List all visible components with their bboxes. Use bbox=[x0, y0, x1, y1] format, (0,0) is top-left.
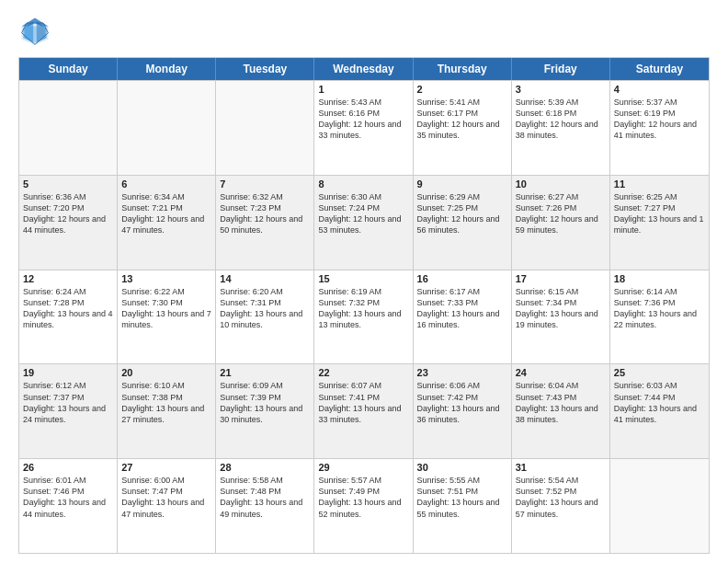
calendar-header: SundayMondayTuesdayWednesdayThursdayFrid… bbox=[19, 58, 709, 80]
day-number: 13 bbox=[121, 273, 211, 284]
day-number: 3 bbox=[516, 84, 606, 95]
day-info: Sunrise: 5:43 AM Sunset: 6:16 PM Dayligh… bbox=[318, 97, 408, 142]
day-cell-16: 16Sunrise: 6:17 AM Sunset: 7:33 PM Dayli… bbox=[414, 270, 512, 364]
day-info: Sunrise: 5:39 AM Sunset: 6:18 PM Dayligh… bbox=[516, 97, 606, 142]
day-cell-10: 10Sunrise: 6:27 AM Sunset: 7:26 PM Dayli… bbox=[512, 176, 610, 270]
day-info: Sunrise: 6:01 AM Sunset: 7:46 PM Dayligh… bbox=[23, 475, 113, 520]
day-cell-3: 3Sunrise: 5:39 AM Sunset: 6:18 PM Daylig… bbox=[512, 81, 610, 175]
day-cell-15: 15Sunrise: 6:19 AM Sunset: 7:32 PM Dayli… bbox=[314, 270, 413, 364]
day-info: Sunrise: 6:34 AM Sunset: 7:21 PM Dayligh… bbox=[121, 191, 211, 236]
header-day-saturday: Saturday bbox=[610, 58, 709, 80]
day-info: Sunrise: 6:06 AM Sunset: 7:42 PM Dayligh… bbox=[417, 380, 507, 425]
day-info: Sunrise: 5:58 AM Sunset: 7:48 PM Dayligh… bbox=[220, 475, 310, 520]
day-number: 17 bbox=[516, 273, 606, 284]
day-cell-9: 9Sunrise: 6:29 AM Sunset: 7:25 PM Daylig… bbox=[414, 176, 512, 270]
day-cell-31: 31Sunrise: 5:54 AM Sunset: 7:52 PM Dayli… bbox=[512, 459, 610, 553]
page: SundayMondayTuesdayWednesdayThursdayFrid… bbox=[0, 0, 728, 563]
day-info: Sunrise: 6:25 AM Sunset: 7:27 PM Dayligh… bbox=[614, 191, 705, 236]
day-info: Sunrise: 6:22 AM Sunset: 7:30 PM Dayligh… bbox=[121, 286, 211, 331]
day-number: 22 bbox=[318, 367, 408, 378]
day-cell-6: 6Sunrise: 6:34 AM Sunset: 7:21 PM Daylig… bbox=[118, 176, 216, 270]
day-cell-11: 11Sunrise: 6:25 AM Sunset: 7:27 PM Dayli… bbox=[610, 176, 709, 270]
calendar-row-2: 12Sunrise: 6:24 AM Sunset: 7:28 PM Dayli… bbox=[19, 270, 709, 364]
day-info: Sunrise: 5:54 AM Sunset: 7:52 PM Dayligh… bbox=[516, 475, 606, 520]
day-cell-29: 29Sunrise: 5:57 AM Sunset: 7:49 PM Dayli… bbox=[314, 459, 413, 553]
day-number: 21 bbox=[220, 367, 310, 378]
day-cell-17: 17Sunrise: 6:15 AM Sunset: 7:34 PM Dayli… bbox=[512, 270, 610, 364]
day-cell-26: 26Sunrise: 6:01 AM Sunset: 7:46 PM Dayli… bbox=[19, 459, 118, 553]
day-cell-30: 30Sunrise: 5:55 AM Sunset: 7:51 PM Dayli… bbox=[414, 459, 512, 553]
day-number: 5 bbox=[23, 178, 113, 190]
header-day-thursday: Thursday bbox=[414, 58, 512, 80]
header-day-friday: Friday bbox=[512, 58, 610, 80]
day-info: Sunrise: 6:04 AM Sunset: 7:43 PM Dayligh… bbox=[516, 380, 606, 425]
calendar-row-1: 5Sunrise: 6:36 AM Sunset: 7:20 PM Daylig… bbox=[19, 175, 709, 270]
day-cell-21: 21Sunrise: 6:09 AM Sunset: 7:39 PM Dayli… bbox=[216, 364, 314, 458]
day-cell-12: 12Sunrise: 6:24 AM Sunset: 7:28 PM Dayli… bbox=[19, 270, 118, 364]
day-cell-23: 23Sunrise: 6:06 AM Sunset: 7:42 PM Dayli… bbox=[414, 364, 512, 458]
day-info: Sunrise: 6:03 AM Sunset: 7:44 PM Dayligh… bbox=[614, 380, 705, 425]
day-info: Sunrise: 5:41 AM Sunset: 6:17 PM Dayligh… bbox=[417, 97, 507, 142]
logo-icon bbox=[18, 15, 51, 48]
day-info: Sunrise: 6:24 AM Sunset: 7:28 PM Dayligh… bbox=[23, 286, 113, 331]
day-number: 27 bbox=[121, 462, 211, 473]
day-number: 15 bbox=[318, 273, 408, 284]
header-day-tuesday: Tuesday bbox=[216, 58, 314, 80]
day-info: Sunrise: 6:12 AM Sunset: 7:37 PM Dayligh… bbox=[23, 380, 113, 425]
day-cell-4: 4Sunrise: 5:37 AM Sunset: 6:19 PM Daylig… bbox=[610, 81, 709, 175]
day-number: 23 bbox=[417, 367, 507, 378]
day-cell-1: 1Sunrise: 5:43 AM Sunset: 6:16 PM Daylig… bbox=[314, 81, 413, 175]
day-info: Sunrise: 6:07 AM Sunset: 7:41 PM Dayligh… bbox=[318, 380, 408, 425]
day-info: Sunrise: 5:37 AM Sunset: 6:19 PM Dayligh… bbox=[614, 97, 705, 142]
day-cell-19: 19Sunrise: 6:12 AM Sunset: 7:37 PM Dayli… bbox=[19, 364, 118, 458]
header-day-wednesday: Wednesday bbox=[314, 58, 413, 80]
calendar-row-0: 1Sunrise: 5:43 AM Sunset: 6:16 PM Daylig… bbox=[19, 80, 709, 175]
day-cell-22: 22Sunrise: 6:07 AM Sunset: 7:41 PM Dayli… bbox=[314, 364, 413, 458]
day-number: 10 bbox=[516, 178, 606, 190]
day-number: 4 bbox=[614, 84, 705, 95]
empty-cell-0-1 bbox=[118, 81, 216, 175]
calendar-row-3: 19Sunrise: 6:12 AM Sunset: 7:37 PM Dayli… bbox=[19, 363, 709, 458]
day-cell-5: 5Sunrise: 6:36 AM Sunset: 7:20 PM Daylig… bbox=[19, 176, 118, 270]
day-cell-2: 2Sunrise: 5:41 AM Sunset: 6:17 PM Daylig… bbox=[414, 81, 512, 175]
day-number: 16 bbox=[417, 273, 507, 284]
day-number: 28 bbox=[220, 462, 310, 473]
day-info: Sunrise: 6:36 AM Sunset: 7:20 PM Dayligh… bbox=[23, 191, 113, 236]
day-info: Sunrise: 6:29 AM Sunset: 7:25 PM Dayligh… bbox=[417, 191, 507, 236]
day-number: 2 bbox=[417, 84, 507, 95]
day-info: Sunrise: 6:32 AM Sunset: 7:23 PM Dayligh… bbox=[220, 191, 310, 236]
day-cell-27: 27Sunrise: 6:00 AM Sunset: 7:47 PM Dayli… bbox=[118, 459, 216, 553]
calendar-row-4: 26Sunrise: 6:01 AM Sunset: 7:46 PM Dayli… bbox=[19, 458, 709, 553]
day-info: Sunrise: 5:57 AM Sunset: 7:49 PM Dayligh… bbox=[318, 475, 408, 520]
day-number: 20 bbox=[121, 367, 211, 378]
day-cell-24: 24Sunrise: 6:04 AM Sunset: 7:43 PM Dayli… bbox=[512, 364, 610, 458]
day-number: 9 bbox=[417, 178, 507, 190]
day-cell-25: 25Sunrise: 6:03 AM Sunset: 7:44 PM Dayli… bbox=[610, 364, 709, 458]
day-number: 24 bbox=[516, 367, 606, 378]
day-number: 18 bbox=[614, 273, 705, 284]
day-info: Sunrise: 6:20 AM Sunset: 7:31 PM Dayligh… bbox=[220, 286, 310, 331]
day-number: 25 bbox=[614, 367, 705, 378]
day-info: Sunrise: 5:55 AM Sunset: 7:51 PM Dayligh… bbox=[417, 475, 507, 520]
day-cell-14: 14Sunrise: 6:20 AM Sunset: 7:31 PM Dayli… bbox=[216, 270, 314, 364]
day-number: 30 bbox=[417, 462, 507, 473]
day-number: 12 bbox=[23, 273, 113, 284]
day-number: 11 bbox=[614, 178, 705, 190]
calendar: SundayMondayTuesdayWednesdayThursdayFrid… bbox=[18, 57, 710, 554]
day-number: 7 bbox=[220, 178, 310, 190]
header-day-sunday: Sunday bbox=[19, 58, 118, 80]
day-cell-28: 28Sunrise: 5:58 AM Sunset: 7:48 PM Dayli… bbox=[216, 459, 314, 553]
day-info: Sunrise: 6:14 AM Sunset: 7:36 PM Dayligh… bbox=[614, 286, 705, 331]
calendar-body: 1Sunrise: 5:43 AM Sunset: 6:16 PM Daylig… bbox=[19, 80, 709, 553]
day-info: Sunrise: 6:00 AM Sunset: 7:47 PM Dayligh… bbox=[121, 475, 211, 520]
day-info: Sunrise: 6:19 AM Sunset: 7:32 PM Dayligh… bbox=[318, 286, 408, 331]
day-cell-13: 13Sunrise: 6:22 AM Sunset: 7:30 PM Dayli… bbox=[118, 270, 216, 364]
day-cell-18: 18Sunrise: 6:14 AM Sunset: 7:36 PM Dayli… bbox=[610, 270, 709, 364]
empty-cell-0-0 bbox=[19, 81, 118, 175]
day-info: Sunrise: 6:27 AM Sunset: 7:26 PM Dayligh… bbox=[516, 191, 606, 236]
day-number: 31 bbox=[516, 462, 606, 473]
day-info: Sunrise: 6:30 AM Sunset: 7:24 PM Dayligh… bbox=[318, 191, 408, 236]
day-number: 29 bbox=[318, 462, 408, 473]
day-number: 1 bbox=[318, 84, 408, 95]
day-number: 19 bbox=[23, 367, 113, 378]
